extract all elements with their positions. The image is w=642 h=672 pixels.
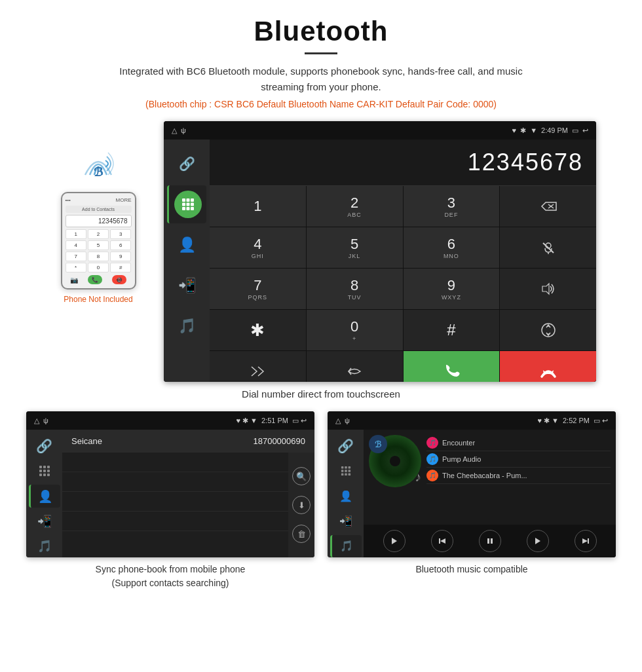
main-screenshot-row: ℬ ••• MORE Add to Contacts 12345678 1 2 … (0, 121, 642, 382)
dial-key-8[interactable]: 8TUV (307, 269, 403, 309)
contact-number: 18700000690 (253, 436, 305, 446)
phone-end-button[interactable]: 📵 (112, 275, 126, 284)
dial-key-3[interactable]: 3DEF (404, 186, 500, 227)
music-caption: Bluetooth music compatible (328, 563, 616, 576)
svg-rect-3 (191, 198, 194, 202)
sidebar-phone-link[interactable]: 🔗 (167, 145, 206, 183)
sidebar-call-transfer[interactable]: 📲 (167, 267, 206, 305)
dial-key-2[interactable]: 2ABC (307, 186, 403, 227)
music-status-right: ♥ ✱ ▼ 2:52 PM ▭ ↩ (537, 417, 608, 425)
sidebar-keypad-c[interactable] (29, 460, 60, 482)
sidebar-keypad[interactable] (167, 185, 206, 223)
svg-rect-27 (345, 466, 347, 469)
dial-key-9[interactable]: 9WXYZ (404, 269, 500, 309)
status-right: ♥ ✱ ▼ 2:49 PM ▭ ↩ (512, 126, 588, 135)
dial-key-call[interactable] (404, 351, 500, 382)
back-icon[interactable]: ↩ (582, 126, 588, 135)
phone-key-8[interactable]: 8 (88, 252, 109, 261)
phone-key-5[interactable]: 5 (88, 240, 109, 250)
prev-button[interactable] (431, 530, 453, 552)
phone-key-0[interactable]: 0 (88, 263, 109, 272)
sidebar-call-m[interactable]: 📲 (330, 510, 362, 532)
keypad-active-icon (174, 191, 202, 218)
sidebar-phone-link-m[interactable]: 🔗 (330, 435, 362, 457)
call-icon-m: 📲 (339, 515, 352, 527)
sidebar-music[interactable]: 🎵 (167, 307, 206, 345)
skip-forward-button[interactable] (575, 530, 597, 552)
dial-key-5[interactable]: 5JKL (307, 227, 403, 268)
track-icon-3: 🎵 (426, 470, 438, 481)
phone-call-button[interactable]: 📞 (88, 275, 102, 284)
svg-rect-34 (348, 474, 350, 476)
play-button[interactable] (383, 530, 406, 552)
dial-key-0[interactable]: 0+ (307, 310, 403, 350)
dialpad-grid: 1 2ABC 3DEF 4GHI 5JKL 6MNO (210, 186, 596, 382)
usb-icon: ψ (181, 126, 186, 134)
dial-key-mute[interactable] (500, 227, 596, 268)
svg-rect-18 (43, 466, 46, 468)
sidebar-contacts-m[interactable]: 👤 (330, 485, 362, 507)
music-sidebar: 🔗 (328, 430, 364, 557)
dial-key-4[interactable]: 4GHI (210, 227, 306, 268)
contact-row-3 (62, 492, 288, 512)
music-content: ℬ ♪ 🎵 Encounter 🎵 Pu (364, 430, 616, 525)
contact-name: Seicane (71, 436, 102, 446)
phone-key-9[interactable]: 9 (110, 252, 131, 261)
sidebar-keypad-m[interactable] (330, 460, 362, 482)
dial-key-swap2[interactable] (307, 351, 403, 382)
phone-not-included: Phone Not Included (64, 295, 132, 304)
dial-key-backspace[interactable] (500, 186, 596, 227)
dial-key-star[interactable]: ✱ (210, 310, 306, 350)
contacts-status-right: ♥ ✱ ▼ 2:51 PM ▭ ↩ (236, 417, 307, 425)
dial-key-end[interactable] (500, 351, 596, 382)
phone-key-2[interactable]: 2 (88, 229, 109, 239)
svg-rect-4 (182, 203, 185, 206)
next-play-button[interactable] (527, 530, 549, 552)
track-name-1: Encounter (442, 439, 475, 447)
description-text: Integrated with BC6 Bluetooth module, su… (98, 64, 544, 95)
phone-key-6[interactable]: 6 (110, 240, 131, 250)
title-divider (305, 52, 337, 54)
phone-key-1[interactable]: 1 (66, 229, 86, 239)
svg-line-14 (543, 243, 554, 253)
phone-add-contact: Add to Contacts (66, 206, 132, 213)
svg-rect-29 (341, 470, 343, 473)
contacts-icon: 👤 (178, 236, 196, 253)
dial-key-7[interactable]: 7PQRS (210, 269, 306, 309)
sidebar-music-c[interactable]: 🎵 (29, 535, 60, 557)
pause-button[interactable] (479, 530, 501, 552)
phone-key-7[interactable]: 7 (66, 252, 86, 261)
usb-icon-m: ψ (345, 417, 350, 424)
svg-rect-1 (182, 198, 185, 202)
svg-rect-17 (39, 466, 42, 468)
contact-row-5 (62, 531, 288, 551)
page-title: Bluetooth (0, 0, 642, 47)
phone-key-star[interactable]: * (66, 263, 86, 272)
sidebar-call-c[interactable]: 📲 (29, 510, 60, 532)
dial-key-volume[interactable] (500, 269, 596, 309)
dial-key-merge[interactable] (210, 351, 306, 382)
track-name-3: The Cheebacabra - Pum... (442, 472, 527, 479)
trash-icon: 🗑 (297, 529, 306, 539)
dial-key-swap[interactable] (500, 310, 596, 350)
delete-contact-button[interactable]: 🗑 (292, 525, 311, 543)
phone-link-icon-m: 🔗 (337, 438, 354, 454)
svg-rect-31 (348, 470, 350, 473)
dial-key-6[interactable]: 6MNO (404, 227, 500, 268)
sidebar-music-m[interactable]: 🎵 (330, 535, 362, 557)
search-contact-button[interactable]: 🔍 (292, 467, 311, 485)
sidebar-contacts[interactable]: 👤 (167, 226, 206, 264)
bt-icon-m: ♥ ✱ ▼ (537, 417, 559, 425)
contacts-icon-c: 👤 (38, 489, 52, 504)
sidebar-phone-link-c[interactable]: 🔗 (29, 435, 60, 457)
dial-key-hash[interactable]: # (404, 310, 500, 350)
phone-key-4[interactable]: 4 (66, 240, 86, 250)
phone-key-hash[interactable]: # (110, 263, 131, 272)
batt-icon-c: ▭ ↩ (292, 417, 307, 425)
phone-key-3[interactable]: 3 (110, 229, 131, 239)
sidebar-contacts-c[interactable]: 👤 (29, 485, 60, 507)
download-contact-button[interactable]: ⬇ (292, 496, 311, 514)
bluetooth-wave-icon: ℬ (75, 141, 121, 187)
bt-icon: ✱ (520, 126, 526, 135)
dial-key-1[interactable]: 1 (210, 186, 306, 227)
